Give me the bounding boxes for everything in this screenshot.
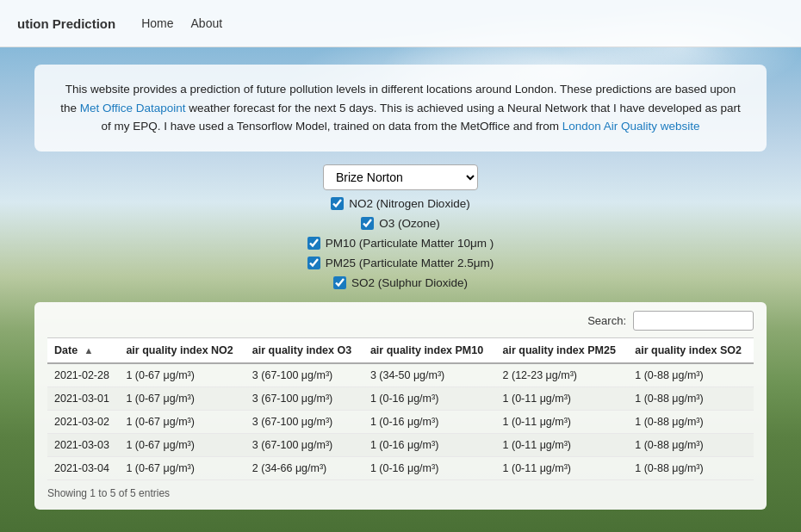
data-table: Date ▲ air quality index NO2 air quality… (47, 337, 754, 480)
table-row: 2021-03-041 (0-67 μg/m³)2 (34-66 μg/m³)1… (47, 456, 754, 479)
nav-item-about[interactable]: About (191, 16, 223, 30)
cell-so2-1: 1 (0-88 μg/m³) (628, 387, 754, 410)
cell-so2-3: 1 (0-88 μg/m³) (628, 433, 754, 456)
cell-pm25-0: 2 (12-23 μg/m³) (496, 363, 629, 387)
checkbox-pm25-input[interactable] (307, 257, 320, 269)
search-label: Search: (587, 314, 626, 327)
col-header-pm10[interactable]: air quality index PM10 (363, 337, 496, 363)
cell-o3-2: 3 (67-100 μg/m³) (245, 410, 363, 433)
table-footer: Showing 1 to 5 of 5 entries (47, 487, 754, 499)
cell-o3-1: 3 (67-100 μg/m³) (245, 387, 363, 410)
table-head: Date ▲ air quality index NO2 air quality… (47, 337, 754, 363)
nav-item-home[interactable]: Home (141, 16, 173, 30)
cell-pm10-0: 3 (34-50 μg/m³) (363, 363, 496, 387)
checkbox-pm10[interactable]: PM10 (Particulate Matter 10μm ) (307, 237, 494, 250)
checkbox-o3[interactable]: O3 (Ozone) (361, 217, 440, 230)
controls-section: Brize Norton London Central London East … (34, 164, 767, 289)
cell-no2-0: 1 (0-67 μg/m³) (119, 363, 245, 387)
table-row: 2021-02-281 (0-67 μg/m³)3 (67-100 μg/m³)… (47, 363, 754, 387)
cell-o3-3: 3 (67-100 μg/m³) (245, 433, 363, 456)
cell-o3-0: 3 (67-100 μg/m³) (245, 363, 363, 387)
checkbox-pm25-label: PM25 (Particulate Matter 2.5μm) (326, 257, 494, 269)
nav-link-about[interactable]: About (191, 16, 223, 30)
checkbox-no2-label: NO2 (Nitrogen Dioxide) (349, 197, 469, 210)
info-card: This website provides a prediction of fu… (34, 65, 767, 152)
nav-link-home[interactable]: Home (141, 16, 173, 30)
col-header-so2[interactable]: air quality index SO2 (628, 337, 754, 363)
cell-so2-4: 1 (0-88 μg/m³) (628, 456, 754, 479)
col-header-no2[interactable]: air quality index NO2 (119, 337, 245, 363)
checkbox-no2[interactable]: NO2 (Nitrogen Dioxide) (331, 197, 469, 210)
navbar-nav: Home About (141, 16, 222, 30)
cell-date-3: 2021-03-03 (47, 433, 119, 456)
table-header-row: Date ▲ air quality index NO2 air quality… (47, 337, 754, 363)
checkbox-pm25[interactable]: PM25 (Particulate Matter 2.5μm) (307, 257, 494, 269)
cell-pm10-4: 1 (0-16 μg/m³) (363, 456, 496, 479)
checkbox-o3-label: O3 (Ozone) (379, 217, 440, 230)
search-bar: Search: (47, 311, 754, 331)
search-input[interactable] (633, 311, 754, 331)
sort-icon-date: ▲ (84, 345, 94, 356)
cell-date-0: 2021-02-28 (47, 363, 119, 387)
cell-date-1: 2021-03-01 (47, 387, 119, 410)
checkbox-so2-input[interactable] (333, 276, 346, 289)
table-section: Search: Date ▲ air quality index NO2 air… (34, 302, 767, 510)
checkbox-so2[interactable]: SO2 (Sulphur Dioxide) (333, 276, 468, 289)
cell-no2-4: 1 (0-67 μg/m³) (119, 456, 245, 479)
checkbox-o3-input[interactable] (361, 217, 374, 230)
table-row: 2021-03-031 (0-67 μg/m³)3 (67-100 μg/m³)… (47, 433, 754, 456)
col-header-pm25[interactable]: air quality index PM25 (496, 337, 629, 363)
cell-pm10-3: 1 (0-16 μg/m³) (363, 433, 496, 456)
cell-no2-3: 1 (0-67 μg/m³) (119, 433, 245, 456)
cell-o3-4: 2 (34-66 μg/m³) (245, 456, 363, 479)
cell-pm25-4: 1 (0-11 μg/m³) (496, 456, 629, 479)
met-office-link[interactable]: Met Office Datapoint (80, 102, 186, 114)
cell-so2-0: 1 (0-88 μg/m³) (628, 363, 754, 387)
cell-so2-2: 1 (0-88 μg/m³) (628, 410, 754, 433)
navbar: ution Prediction Home About (0, 0, 801, 47)
checkbox-no2-input[interactable] (331, 197, 344, 210)
checkbox-pm10-input[interactable] (307, 237, 320, 250)
cell-date-2: 2021-03-02 (47, 410, 119, 433)
cell-pm25-3: 1 (0-11 μg/m³) (496, 433, 629, 456)
checkbox-pm10-label: PM10 (Particulate Matter 10μm ) (326, 237, 494, 250)
cell-no2-1: 1 (0-67 μg/m³) (119, 387, 245, 410)
cell-pm25-2: 1 (0-11 μg/m³) (496, 410, 629, 433)
london-air-quality-link[interactable]: London Air Quality website (562, 120, 700, 133)
checkbox-so2-label: SO2 (Sulphur Dioxide) (351, 276, 468, 289)
col-header-date[interactable]: Date ▲ (47, 337, 119, 363)
cell-no2-2: 1 (0-67 μg/m³) (119, 410, 245, 433)
cell-pm25-1: 1 (0-11 μg/m³) (496, 387, 629, 410)
table-row: 2021-03-011 (0-67 μg/m³)3 (67-100 μg/m³)… (47, 387, 754, 410)
location-select[interactable]: Brize Norton London Central London East … (323, 164, 478, 190)
cell-pm10-1: 1 (0-16 μg/m³) (363, 387, 496, 410)
cell-pm10-2: 1 (0-16 μg/m³) (363, 410, 496, 433)
main-content: This website provides a prediction of fu… (0, 47, 801, 532)
table-body: 2021-02-281 (0-67 μg/m³)3 (67-100 μg/m³)… (47, 363, 754, 480)
col-header-o3[interactable]: air quality index O3 (245, 337, 363, 363)
navbar-brand: ution Prediction (17, 16, 115, 31)
table-row: 2021-03-021 (0-67 μg/m³)3 (67-100 μg/m³)… (47, 410, 754, 433)
cell-date-4: 2021-03-04 (47, 456, 119, 479)
